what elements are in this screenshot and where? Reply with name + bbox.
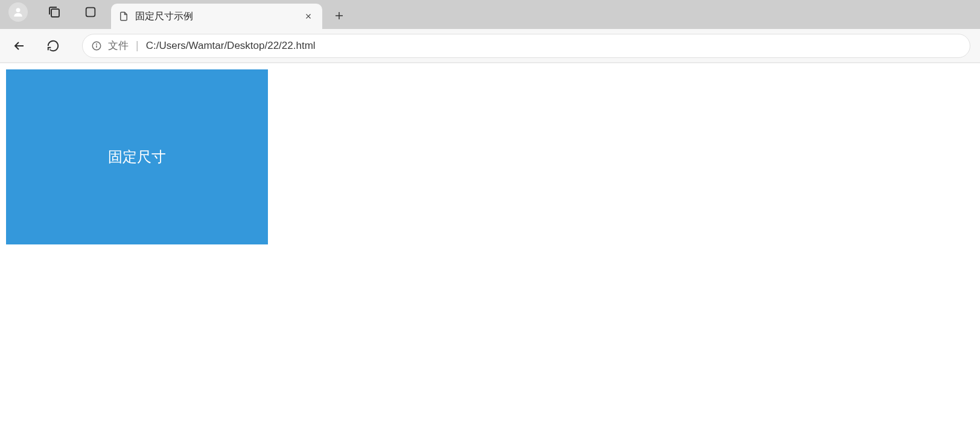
svg-point-5 bbox=[97, 43, 97, 44]
reload-button[interactable] bbox=[43, 36, 63, 56]
collections-icon bbox=[47, 5, 62, 19]
browser-toolbar: 文件 | C:/Users/Wamtar/Desktop/22/22.html bbox=[0, 29, 980, 63]
tab-title: 固定尺寸示例 bbox=[135, 10, 296, 23]
reload-icon bbox=[46, 39, 60, 53]
browser-tab-strip: 固定尺寸示例 bbox=[0, 0, 980, 29]
chrome-left-controls bbox=[0, 0, 109, 29]
browser-tab[interactable]: 固定尺寸示例 bbox=[111, 4, 322, 29]
fixed-size-box: 固定尺寸 bbox=[6, 69, 268, 244]
back-button[interactable] bbox=[10, 36, 29, 56]
info-icon bbox=[91, 40, 102, 51]
box-label: 固定尺寸 bbox=[108, 147, 166, 167]
svg-rect-1 bbox=[51, 9, 59, 17]
square-icon bbox=[84, 5, 97, 19]
tab-close-button[interactable] bbox=[302, 10, 315, 23]
svg-point-0 bbox=[16, 8, 21, 12]
profile-button[interactable] bbox=[8, 2, 28, 22]
address-scheme-label: 文件 bbox=[108, 39, 129, 53]
workspaces-button[interactable] bbox=[81, 2, 100, 22]
person-icon bbox=[12, 6, 24, 18]
svg-rect-2 bbox=[86, 8, 95, 17]
close-icon bbox=[304, 12, 313, 21]
collections-button[interactable] bbox=[45, 2, 64, 22]
file-icon bbox=[118, 11, 129, 22]
address-path: C:/Users/Wamtar/Desktop/22/22.html bbox=[146, 40, 316, 52]
plus-icon bbox=[334, 10, 345, 21]
new-tab-button[interactable] bbox=[327, 4, 351, 28]
page-viewport: 固定尺寸 bbox=[0, 63, 980, 440]
address-bar[interactable]: 文件 | C:/Users/Wamtar/Desktop/22/22.html bbox=[82, 34, 970, 58]
arrow-left-icon bbox=[12, 39, 27, 53]
address-separator: | bbox=[136, 39, 139, 52]
